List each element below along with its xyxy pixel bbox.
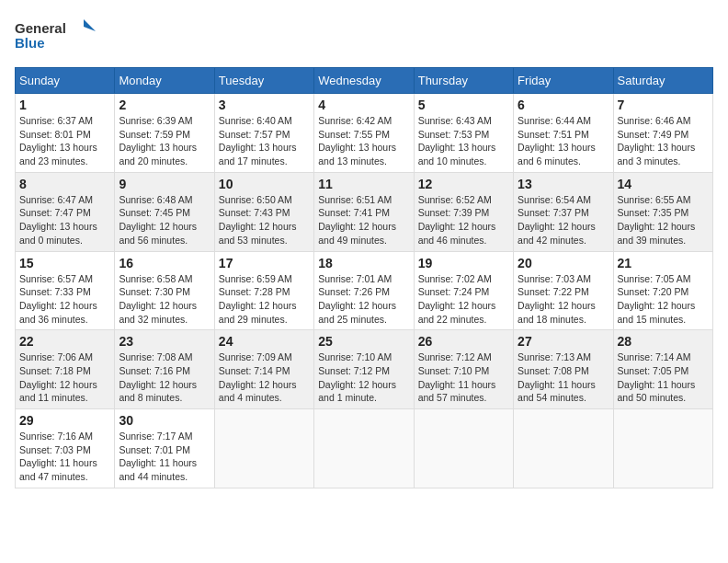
calendar-cell: 22Sunrise: 7:06 AM Sunset: 7:18 PM Dayli… (16, 330, 115, 409)
day-info: Sunrise: 7:02 AM Sunset: 7:24 PM Dayligh… (418, 272, 509, 327)
day-of-week-header: Friday (514, 68, 613, 94)
calendar-cell: 24Sunrise: 7:09 AM Sunset: 7:14 PM Dayli… (214, 330, 313, 409)
day-info: Sunrise: 6:54 AM Sunset: 7:37 PM Dayligh… (518, 193, 609, 247)
calendar-cell: 16Sunrise: 6:58 AM Sunset: 7:30 PM Dayli… (115, 251, 214, 330)
calendar-week-row: 8Sunrise: 6:47 AM Sunset: 7:47 PM Daylig… (16, 172, 713, 251)
calendar-cell: 26Sunrise: 7:12 AM Sunset: 7:10 PM Dayli… (414, 330, 513, 409)
calendar-cell: 7Sunrise: 6:46 AM Sunset: 7:49 PM Daylig… (613, 94, 712, 173)
day-info: Sunrise: 6:52 AM Sunset: 7:39 PM Dayligh… (418, 193, 509, 247)
day-info: Sunrise: 6:43 AM Sunset: 7:53 PM Dayligh… (418, 114, 509, 168)
day-info: Sunrise: 6:42 AM Sunset: 7:55 PM Dayligh… (318, 114, 409, 168)
calendar-week-row: 22Sunrise: 7:06 AM Sunset: 7:18 PM Dayli… (16, 330, 713, 409)
day-number: 24 (219, 334, 310, 349)
day-number: 22 (19, 334, 110, 349)
day-info: Sunrise: 7:12 AM Sunset: 7:10 PM Dayligh… (418, 350, 509, 405)
calendar-cell: 3Sunrise: 6:40 AM Sunset: 7:57 PM Daylig… (214, 94, 313, 173)
day-info: Sunrise: 6:57 AM Sunset: 7:33 PM Dayligh… (19, 272, 110, 327)
day-info: Sunrise: 7:16 AM Sunset: 7:03 PM Dayligh… (19, 430, 110, 484)
day-number: 9 (119, 177, 210, 191)
calendar-cell: 12Sunrise: 6:52 AM Sunset: 7:39 PM Dayli… (414, 172, 513, 251)
day-number: 1 (19, 98, 110, 112)
day-info: Sunrise: 6:58 AM Sunset: 7:30 PM Dayligh… (119, 272, 210, 327)
day-number: 23 (119, 334, 210, 349)
calendar-cell: 29Sunrise: 7:16 AM Sunset: 7:03 PM Dayli… (16, 409, 115, 488)
day-info: Sunrise: 7:14 AM Sunset: 7:05 PM Dayligh… (618, 350, 709, 405)
day-info: Sunrise: 6:50 AM Sunset: 7:43 PM Dayligh… (219, 193, 310, 247)
calendar-cell: 6Sunrise: 6:44 AM Sunset: 7:51 PM Daylig… (514, 94, 613, 173)
day-info: Sunrise: 7:05 AM Sunset: 7:20 PM Dayligh… (618, 272, 709, 327)
page-header: General Blue (15, 15, 713, 56)
day-number: 6 (518, 98, 609, 112)
day-info: Sunrise: 6:40 AM Sunset: 7:57 PM Dayligh… (219, 114, 310, 168)
day-number: 21 (618, 256, 709, 270)
day-of-week-header: Thursday (414, 68, 513, 94)
day-info: Sunrise: 6:46 AM Sunset: 7:49 PM Dayligh… (618, 114, 709, 168)
calendar-cell (514, 409, 613, 488)
day-info: Sunrise: 6:48 AM Sunset: 7:45 PM Dayligh… (119, 193, 210, 247)
calendar-table: SundayMondayTuesdayWednesdayThursdayFrid… (15, 67, 713, 488)
day-number: 11 (318, 177, 409, 191)
day-info: Sunrise: 6:59 AM Sunset: 7:28 PM Dayligh… (219, 272, 310, 327)
day-number: 19 (418, 256, 509, 270)
calendar-cell (414, 409, 513, 488)
calendar-cell: 17Sunrise: 6:59 AM Sunset: 7:28 PM Dayli… (214, 251, 313, 330)
calendar-cell: 4Sunrise: 6:42 AM Sunset: 7:55 PM Daylig… (314, 94, 414, 173)
calendar-cell: 23Sunrise: 7:08 AM Sunset: 7:16 PM Dayli… (115, 330, 214, 409)
calendar-cell: 21Sunrise: 7:05 AM Sunset: 7:20 PM Dayli… (613, 251, 712, 330)
day-info: Sunrise: 7:03 AM Sunset: 7:22 PM Dayligh… (518, 272, 609, 327)
calendar-cell (214, 409, 313, 488)
day-of-week-header: Sunday (16, 68, 115, 94)
day-number: 27 (518, 334, 609, 349)
calendar-cell: 27Sunrise: 7:13 AM Sunset: 7:08 PM Dayli… (514, 330, 613, 409)
day-number: 7 (618, 98, 709, 112)
day-info: Sunrise: 7:17 AM Sunset: 7:01 PM Dayligh… (119, 430, 210, 484)
calendar-cell: 2Sunrise: 6:39 AM Sunset: 7:59 PM Daylig… (115, 94, 214, 173)
day-number: 17 (219, 256, 310, 270)
day-number: 13 (518, 177, 609, 191)
svg-text:General: General (15, 20, 66, 36)
day-number: 28 (618, 334, 709, 349)
logo: General Blue (15, 15, 97, 56)
calendar-cell: 1Sunrise: 6:37 AM Sunset: 8:01 PM Daylig… (16, 94, 115, 173)
day-number: 5 (418, 98, 509, 112)
day-info: Sunrise: 6:55 AM Sunset: 7:35 PM Dayligh… (618, 193, 709, 247)
calendar-cell: 8Sunrise: 6:47 AM Sunset: 7:47 PM Daylig… (16, 172, 115, 251)
day-info: Sunrise: 6:39 AM Sunset: 7:59 PM Dayligh… (119, 114, 210, 168)
day-number: 20 (518, 256, 609, 270)
day-number: 29 (19, 413, 110, 428)
day-of-week-header: Saturday (613, 68, 712, 94)
calendar-header-row: SundayMondayTuesdayWednesdayThursdayFrid… (16, 68, 713, 94)
calendar-cell (613, 409, 712, 488)
day-info: Sunrise: 7:06 AM Sunset: 7:18 PM Dayligh… (19, 350, 110, 405)
calendar-cell: 25Sunrise: 7:10 AM Sunset: 7:12 PM Dayli… (314, 330, 414, 409)
day-number: 15 (19, 256, 110, 270)
day-number: 4 (318, 98, 409, 112)
day-number: 3 (219, 98, 310, 112)
day-number: 25 (318, 334, 409, 349)
day-info: Sunrise: 7:08 AM Sunset: 7:16 PM Dayligh… (119, 350, 210, 405)
calendar-cell: 5Sunrise: 6:43 AM Sunset: 7:53 PM Daylig… (414, 94, 513, 173)
svg-text:Blue: Blue (15, 35, 45, 51)
day-number: 14 (618, 177, 709, 191)
day-info: Sunrise: 6:44 AM Sunset: 7:51 PM Dayligh… (518, 114, 609, 168)
day-info: Sunrise: 6:37 AM Sunset: 8:01 PM Dayligh… (19, 114, 110, 168)
day-of-week-header: Monday (115, 68, 214, 94)
logo-svg: General Blue (15, 15, 97, 56)
svg-marker-2 (84, 19, 96, 31)
calendar-cell: 13Sunrise: 6:54 AM Sunset: 7:37 PM Dayli… (514, 172, 613, 251)
calendar-week-row: 29Sunrise: 7:16 AM Sunset: 7:03 PM Dayli… (16, 409, 713, 488)
day-number: 26 (418, 334, 509, 349)
calendar-cell: 15Sunrise: 6:57 AM Sunset: 7:33 PM Dayli… (16, 251, 115, 330)
day-info: Sunrise: 6:47 AM Sunset: 7:47 PM Dayligh… (19, 193, 110, 247)
calendar-week-row: 15Sunrise: 6:57 AM Sunset: 7:33 PM Dayli… (16, 251, 713, 330)
day-of-week-header: Tuesday (214, 68, 313, 94)
calendar-week-row: 1Sunrise: 6:37 AM Sunset: 8:01 PM Daylig… (16, 94, 713, 173)
calendar-cell: 19Sunrise: 7:02 AM Sunset: 7:24 PM Dayli… (414, 251, 513, 330)
day-number: 12 (418, 177, 509, 191)
calendar-cell: 30Sunrise: 7:17 AM Sunset: 7:01 PM Dayli… (115, 409, 214, 488)
day-info: Sunrise: 6:51 AM Sunset: 7:41 PM Dayligh… (318, 193, 409, 247)
day-info: Sunrise: 7:01 AM Sunset: 7:26 PM Dayligh… (318, 272, 409, 327)
calendar-cell: 14Sunrise: 6:55 AM Sunset: 7:35 PM Dayli… (613, 172, 712, 251)
day-info: Sunrise: 7:13 AM Sunset: 7:08 PM Dayligh… (518, 350, 609, 405)
calendar-cell: 18Sunrise: 7:01 AM Sunset: 7:26 PM Dayli… (314, 251, 414, 330)
